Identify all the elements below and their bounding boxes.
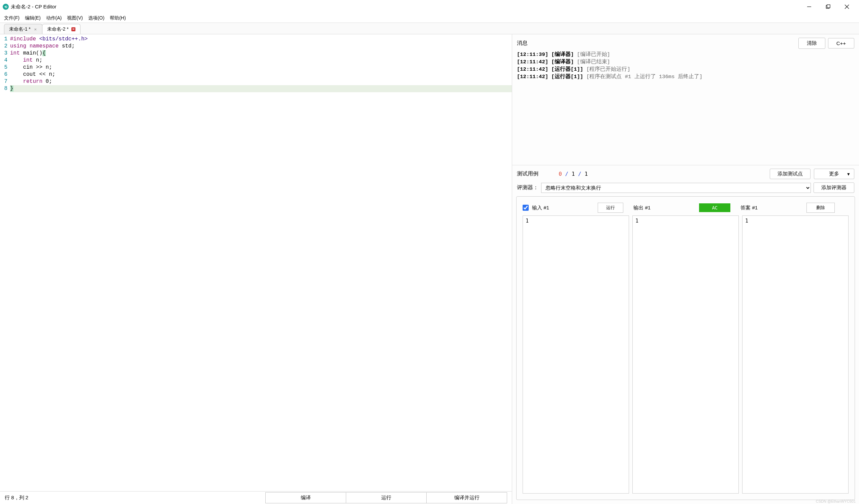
editor-pane: 1#include <bits/stdc++.h>2using namespac… (0, 34, 512, 504)
checker-row: 评测器： 忽略行末空格和文末换行 添加评测器 (512, 182, 859, 196)
chevron-down-icon: ▾ (847, 171, 850, 177)
testcase-header: 输入 #1 运行 输出 #1 AC 答案 #1 删除 (523, 203, 848, 213)
menu-view[interactable]: 视图(V) (64, 14, 86, 22)
menu-bar: 文件(F) 编辑(E) 动作(A) 视图(V) 选项(O) 帮助(H) (0, 14, 859, 23)
testcase-checkbox[interactable] (523, 205, 529, 211)
messages-title: 消息 (517, 40, 528, 47)
close-tab-icon[interactable]: ✕ (71, 27, 75, 31)
cursor-position: 行 8，列 2 (5, 494, 28, 501)
watermark: CSDN @EthanWYC601 (816, 499, 856, 503)
tab-bar: 未命名-1 * ✕ 未命名-2 * ✕ (0, 23, 859, 34)
messages-log[interactable]: [12:11:39] [编译器] [编译已开始][12:11:42] [编译器]… (512, 51, 859, 165)
compile-button[interactable]: 编译 (265, 492, 346, 503)
window-title: 未命名-2 - CP Editor (11, 4, 57, 10)
menu-edit[interactable]: 编辑(E) (22, 14, 43, 22)
status-bar: 行 8，列 2 编译 运行 编译并运行 (0, 491, 512, 504)
maximize-button[interactable] (818, 0, 838, 14)
testcase-toolbar: 测试用例 0 / 1 / 1 添加测试点 更多▾ (512, 165, 859, 182)
language-button[interactable]: C++ (828, 38, 854, 48)
tab-1[interactable]: 未命名-1 * ✕ (4, 24, 42, 34)
tab-label: 未命名-1 * (9, 26, 31, 32)
messages-header: 消息 清除 C++ (512, 34, 859, 51)
tab-label: 未命名-2 * (47, 26, 69, 32)
compile-run-button[interactable]: 编译并运行 (426, 492, 507, 503)
clear-messages-button[interactable]: 清除 (798, 38, 825, 49)
answer-textarea[interactable]: 1 (742, 215, 848, 493)
tab-2[interactable]: 未命名-2 * ✕ (42, 24, 80, 34)
testcase-counts: 0 / 1 / 1 (559, 171, 588, 177)
run-button[interactable]: 运行 (346, 492, 427, 503)
input-label: 输入 #1 (532, 205, 549, 211)
output-textarea[interactable]: 1 (632, 215, 739, 493)
checker-label: 评测器： (517, 184, 539, 191)
more-button[interactable]: 更多▾ (814, 169, 854, 179)
close-button[interactable] (838, 0, 856, 14)
testcase-panel: 输入 #1 运行 输出 #1 AC 答案 #1 删除 1 1 1 (516, 196, 855, 500)
output-label: 输出 #1 (633, 205, 651, 211)
code-editor[interactable]: 1#include <bits/stdc++.h>2using namespac… (0, 34, 512, 491)
menu-action[interactable]: 动作(A) (43, 14, 65, 22)
side-panel: 消息 清除 C++ [12:11:39] [编译器] [编译已开始][12:11… (512, 34, 859, 504)
menu-file[interactable]: 文件(F) (1, 14, 22, 22)
delete-testcase-button[interactable]: 删除 (807, 203, 835, 213)
answer-label: 答案 #1 (740, 205, 758, 211)
minimize-button[interactable] (800, 0, 818, 14)
menu-help[interactable]: 帮助(H) (107, 14, 128, 22)
title-bar: ⟲ 未命名-2 - CP Editor (0, 0, 859, 14)
svg-rect-2 (827, 5, 830, 8)
app-icon: ⟲ (3, 4, 9, 10)
input-textarea[interactable]: 1 (523, 215, 629, 493)
verdict-badge: AC (699, 203, 730, 212)
add-checker-button[interactable]: 添加评测器 (814, 182, 854, 193)
testcase-label: 测试用例 (517, 170, 539, 178)
run-testcase-button[interactable]: 运行 (598, 203, 623, 213)
menu-options[interactable]: 选项(O) (86, 14, 107, 22)
add-testcase-button[interactable]: 添加测试点 (770, 169, 811, 179)
close-tab-icon[interactable]: ✕ (33, 27, 37, 31)
checker-select[interactable]: 忽略行末空格和文末换行 (541, 183, 811, 193)
